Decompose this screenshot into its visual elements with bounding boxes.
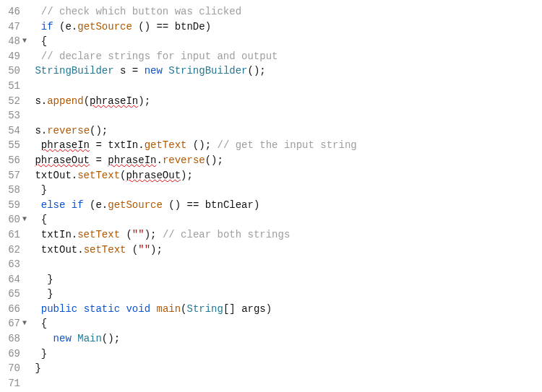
line-number: 57 bbox=[0, 168, 20, 183]
code-editor[interactable]: 46 // check which button was clicked47 i… bbox=[0, 0, 542, 392]
code-token: s. bbox=[29, 95, 47, 107]
code-line[interactable]: if (e.getSource () == btnDe) bbox=[29, 19, 211, 35]
code-row[interactable]: 50 StringBuilder s = new StringBuilder()… bbox=[0, 64, 357, 79]
code-line[interactable]: s.reverse(); bbox=[29, 123, 108, 139]
line-number: 64 bbox=[0, 272, 20, 287]
code-row[interactable]: 46 // check which button was clicked bbox=[0, 4, 357, 19]
fold-marker-icon bbox=[20, 331, 29, 347]
code-token: Main bbox=[77, 333, 102, 344]
code-line[interactable]: phraseIn = txtIn.getText (); // get the … bbox=[29, 138, 357, 153]
code-line[interactable]: } bbox=[29, 287, 53, 302]
code-token: (); bbox=[247, 65, 265, 77]
code-line[interactable]: // declare strings for input and output bbox=[29, 49, 278, 64]
line-number: 48 bbox=[0, 34, 20, 49]
code-line[interactable]: phraseOut = phraseIn.reverse(); bbox=[29, 153, 223, 168]
code-line[interactable]: } bbox=[29, 183, 47, 198]
code-line[interactable]: // check which button was clicked bbox=[29, 4, 241, 19]
code-token: { bbox=[29, 214, 47, 225]
fold-marker-icon bbox=[20, 108, 29, 123]
code-row[interactable]: 66 public static void main(String[] args… bbox=[0, 302, 357, 317]
code-row[interactable]: 57 txtOut.setText(phraseOut); bbox=[0, 168, 357, 183]
code-token: (); bbox=[186, 139, 217, 151]
code-token: // clear both strings bbox=[163, 229, 290, 240]
fold-marker-icon bbox=[20, 227, 29, 243]
fold-marker-icon[interactable]: ▼ bbox=[20, 34, 29, 49]
code-token: s = bbox=[114, 65, 145, 77]
line-number: 46 bbox=[0, 4, 20, 19]
code-row[interactable]: 53 bbox=[0, 108, 357, 123]
code-row[interactable]: 70 } bbox=[0, 361, 357, 376]
fold-marker-icon bbox=[20, 49, 29, 64]
code-token bbox=[29, 51, 41, 62]
code-row[interactable]: 69 } bbox=[0, 347, 357, 362]
code-line[interactable]: StringBuilder s = new StringBuilder(); bbox=[29, 64, 266, 79]
fold-marker-icon bbox=[20, 123, 29, 139]
code-row[interactable]: 47 if (e.getSource () == btnDe) bbox=[0, 19, 357, 35]
code-token bbox=[163, 65, 168, 77]
fold-marker-icon[interactable]: ▼ bbox=[20, 316, 29, 331]
line-number: 58 bbox=[0, 183, 20, 198]
fold-marker-icon[interactable]: ▼ bbox=[20, 212, 29, 227]
code-row[interactable]: 68 new Main(); bbox=[0, 331, 357, 347]
code-token: txtIn. bbox=[29, 229, 77, 240]
code-line[interactable]: { bbox=[29, 34, 47, 49]
code-line[interactable]: txtIn.setText (""); // clear both string… bbox=[29, 227, 290, 243]
code-token: ); bbox=[138, 95, 150, 107]
code-token: new bbox=[145, 65, 163, 77]
code-token: static bbox=[84, 303, 120, 315]
code-line[interactable]: } bbox=[29, 347, 47, 362]
line-number: 52 bbox=[0, 94, 20, 109]
code-row[interactable]: 52 s.append(phraseIn); bbox=[0, 94, 357, 109]
code-line[interactable]: new Main(); bbox=[29, 331, 120, 347]
code-line[interactable]: } bbox=[29, 272, 53, 287]
code-line[interactable]: { bbox=[29, 316, 47, 331]
code-token: String bbox=[187, 303, 223, 315]
code-token: public bbox=[41, 303, 77, 315]
line-number: 63 bbox=[0, 257, 20, 272]
code-line[interactable]: txtOut.setText (""); bbox=[29, 243, 163, 258]
code-token: getSource bbox=[77, 21, 132, 32]
fold-marker-icon bbox=[20, 347, 29, 362]
line-number: 66 bbox=[0, 302, 20, 317]
code-row[interactable]: 55 phraseIn = txtIn.getText (); // get t… bbox=[0, 138, 357, 153]
code-row[interactable]: 48▼ { bbox=[0, 34, 357, 49]
code-line[interactable]: } bbox=[29, 361, 41, 376]
code-row[interactable]: 71 bbox=[0, 376, 357, 391]
code-row[interactable]: 65 } bbox=[0, 287, 357, 302]
code-token bbox=[77, 303, 83, 315]
line-number: 69 bbox=[0, 347, 20, 362]
code-row[interactable]: 64 } bbox=[0, 272, 357, 287]
code-row[interactable]: 61 txtIn.setText (""); // clear both str… bbox=[0, 227, 357, 243]
code-row[interactable]: 51 bbox=[0, 79, 357, 94]
code-row[interactable]: 58 } bbox=[0, 183, 357, 198]
fold-marker-icon bbox=[20, 4, 29, 19]
code-line[interactable]: s.append(phraseIn); bbox=[29, 94, 150, 109]
fold-marker-icon bbox=[20, 19, 29, 35]
line-number: 71 bbox=[0, 376, 20, 391]
code-row[interactable]: 67▼ { bbox=[0, 316, 357, 331]
fold-marker-icon bbox=[20, 64, 29, 79]
code-token: (e. bbox=[53, 21, 78, 32]
fold-marker-icon bbox=[20, 287, 29, 302]
code-line[interactable]: txtOut.setText(phraseOut); bbox=[29, 168, 193, 183]
code-row[interactable]: 63 bbox=[0, 257, 357, 272]
code-line[interactable]: public static void main(String[] args) bbox=[29, 302, 272, 317]
code-token: (e. bbox=[84, 199, 108, 211]
code-row[interactable]: 49 // declare strings for input and outp… bbox=[0, 49, 357, 64]
code-token: s. bbox=[29, 125, 47, 136]
code-row[interactable]: 59 else if (e.getSource () == btnClear) bbox=[0, 198, 357, 213]
code-token: setText bbox=[84, 244, 126, 256]
code-token: else bbox=[41, 199, 66, 211]
fold-marker-icon bbox=[20, 138, 29, 153]
code-token: setText bbox=[77, 229, 120, 240]
code-row[interactable]: 56 phraseOut = phraseIn.reverse(); bbox=[0, 153, 357, 168]
code-token: = txtIn. bbox=[90, 139, 145, 151]
code-row[interactable]: 62 txtOut.setText (""); bbox=[0, 243, 357, 258]
code-row[interactable]: 60▼ { bbox=[0, 212, 357, 227]
code-line[interactable]: { bbox=[29, 212, 47, 227]
code-token: phraseIn bbox=[41, 139, 90, 151]
code-token: . bbox=[156, 154, 162, 166]
code-row[interactable]: 54 s.reverse(); bbox=[0, 123, 357, 139]
code-line[interactable]: else if (e.getSource () == btnClear) bbox=[29, 198, 259, 213]
fold-marker-icon bbox=[20, 183, 29, 198]
